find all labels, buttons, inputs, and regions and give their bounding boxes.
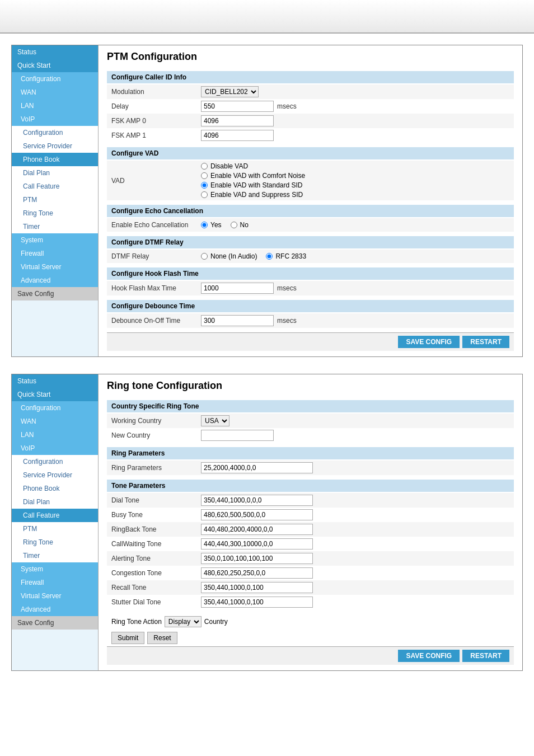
debounce-label: Debounce On-Off Time (111, 317, 201, 325)
echo-no-radio[interactable] (231, 222, 237, 228)
hookflash-label: Hook Flash Max Time (111, 284, 201, 292)
sidebar2-item-phonebook[interactable]: Phone Book (12, 482, 98, 495)
sidebar2-item-advanced[interactable]: Advanced (12, 603, 98, 616)
ring-params-input[interactable] (201, 462, 313, 473)
main-content2: Ring tone Configuration Country Specific… (99, 374, 522, 670)
fsk-amp0-input[interactable] (201, 115, 274, 126)
dtmf-none[interactable]: None (In Audio) (201, 252, 257, 260)
sidebar2-item-configuration[interactable]: Configuration (12, 401, 98, 415)
sidebar2-item-ptm[interactable]: PTM (12, 522, 98, 536)
delay-input[interactable] (201, 101, 274, 112)
sidebar1-item-system[interactable]: System (12, 233, 98, 247)
panel1-save-button[interactable]: SAVE CONFIG (398, 336, 460, 348)
sidebar2-item-voip[interactable]: VoIP (12, 442, 98, 455)
reset-button[interactable]: Reset (147, 632, 177, 644)
sidebar1-scroll[interactable]: Status Quick Start Configuration WAN LAN… (12, 45, 98, 356)
sidebar1-item-voip[interactable]: VoIP (12, 112, 98, 126)
sidebar2-item-quickstart[interactable]: Quick Start (12, 388, 98, 401)
sidebar2-item-dialplan[interactable]: Dial Plan (12, 495, 98, 509)
sidebar2-item-lan[interactable]: LAN (12, 428, 98, 442)
dial-tone-input[interactable] (201, 495, 313, 506)
hookflash-section: Configure Hook Flash Time Hook Flash Max… (107, 267, 514, 295)
sidebar1-item-saveconfig[interactable]: Save Config (12, 287, 98, 300)
sidebar1-item-wan[interactable]: WAN (12, 86, 98, 99)
sidebar1-item-quickstart[interactable]: Quick Start (12, 59, 98, 72)
vad-disable-radio[interactable] (201, 163, 208, 170)
sidebar1-item-lan[interactable]: LAN (12, 99, 98, 112)
ring-tone-action-select[interactable]: Display (165, 616, 202, 627)
sidebar1-item-configuration[interactable]: Configuration (12, 72, 98, 86)
fsk-amp0-value (201, 115, 509, 126)
sidebar2-scroll[interactable]: Status Quick Start Configuration WAN LAN… (12, 374, 98, 670)
sidebar1-item-phonebook[interactable]: Phone Book (12, 153, 98, 166)
fsk-amp1-input[interactable] (201, 130, 274, 141)
debounce-input[interactable] (201, 315, 274, 326)
alerting-tone-label: Alerting Tone (111, 555, 201, 562)
sidebar1-item-status[interactable]: Status (12, 45, 98, 59)
dtmf-none-radio[interactable] (201, 253, 208, 260)
sidebar2-item-voip-config[interactable]: Configuration (12, 455, 98, 468)
stutter-dial-tone-value (201, 597, 509, 608)
vad-disable-label: Disable VAD (210, 162, 248, 170)
debounce-section: Configure Debounce Time Debounce On-Off … (107, 300, 514, 328)
alerting-tone-value (201, 553, 509, 564)
stutter-dial-tone-row: Stutter Dial Tone (107, 595, 514, 609)
vad-comfort[interactable]: Enable VAD with Comfort Noise (201, 172, 305, 180)
vad-standard-label: Enable VAD with Standard SID (210, 181, 303, 189)
sidebar2-item-ringtone[interactable]: Ring Tone (12, 536, 98, 549)
vad-suppress-radio[interactable] (201, 191, 208, 198)
new-country-label: New Country (111, 431, 201, 439)
sidebar1-item-firewall[interactable]: Firewall (12, 247, 98, 260)
recall-tone-input[interactable] (201, 582, 313, 593)
vad-comfort-radio[interactable] (201, 172, 208, 179)
sidebar2-item-callfeature[interactable]: Call Feature (12, 509, 98, 522)
sidebar1-item-serviceprovider[interactable]: Service Provider (12, 139, 98, 153)
vad-standard-radio[interactable] (201, 182, 208, 189)
sidebar1-item-advanced[interactable]: Advanced (12, 274, 98, 287)
sidebar1-item-timer[interactable]: Timer (12, 220, 98, 233)
dtmf-rfc-radio[interactable] (266, 253, 273, 260)
hookflash-input[interactable] (201, 283, 274, 294)
echo-no[interactable]: No (231, 221, 249, 229)
sidebar2-item-virtualserver[interactable]: Virtual Server (12, 589, 98, 603)
sidebar2-item-saveconfig[interactable]: Save Config (12, 616, 98, 630)
submit-button[interactable]: Submit (111, 632, 144, 644)
hookflash-value: msecs (201, 283, 509, 294)
panel2-restart-button[interactable]: RESTART (462, 650, 509, 662)
sidebar1-item-virtualserver[interactable]: Virtual Server (12, 260, 98, 274)
sidebar2-item-timer[interactable]: Timer (12, 549, 98, 562)
congestion-tone-input[interactable] (201, 567, 313, 579)
vad-standard[interactable]: Enable VAD with Standard SID (201, 181, 305, 189)
echo-yes[interactable]: Yes (201, 221, 222, 229)
sidebar2-item-system[interactable]: System (12, 562, 98, 576)
panel1-restart-button[interactable]: RESTART (462, 336, 509, 348)
vad-disable[interactable]: Disable VAD (201, 162, 305, 170)
working-country-select[interactable]: USA (201, 415, 229, 426)
sidebar2-item-status[interactable]: Status (12, 374, 98, 388)
sidebar1-item-voip-config[interactable]: Configuration (12, 126, 98, 139)
panel1: Status Quick Start Configuration WAN LAN… (11, 45, 523, 357)
busy-tone-value (201, 509, 509, 520)
sidebar1-item-dialplan[interactable]: Dial Plan (12, 166, 98, 180)
callwaiting-tone-input[interactable] (201, 538, 313, 550)
dtmf-rfc[interactable]: RFC 2833 (266, 252, 306, 260)
ringback-tone-input[interactable] (201, 524, 313, 535)
vad-suppress[interactable]: Enable VAD and Suppress SID (201, 191, 305, 199)
sidebar1-item-ptm[interactable]: PTM (12, 193, 98, 206)
modulation-select[interactable]: CID_BELL202 CID_V23 (201, 86, 259, 97)
new-country-input[interactable] (201, 430, 274, 441)
dtmf-label: DTMF Relay (111, 252, 201, 260)
dtmf-rfc-label: RFC 2833 (275, 252, 306, 260)
busy-tone-row: Busy Tone (107, 508, 514, 522)
sidebar1-item-ringtone[interactable]: Ring Tone (12, 206, 98, 220)
sidebar2-item-firewall[interactable]: Firewall (12, 576, 98, 589)
sidebar2-item-serviceprovider[interactable]: Service Provider (12, 468, 98, 482)
panel2-save-button[interactable]: SAVE CONFIG (398, 650, 460, 662)
sidebar2-item-wan[interactable]: WAN (12, 415, 98, 428)
busy-tone-input[interactable] (201, 509, 313, 520)
stutter-dial-tone-input[interactable] (201, 597, 313, 608)
alerting-tone-input[interactable] (201, 553, 313, 564)
ringback-tone-row: RingBack Tone (107, 522, 514, 537)
echo-yes-radio[interactable] (201, 222, 208, 228)
sidebar1-item-callfeature[interactable]: Call Feature (12, 180, 98, 193)
